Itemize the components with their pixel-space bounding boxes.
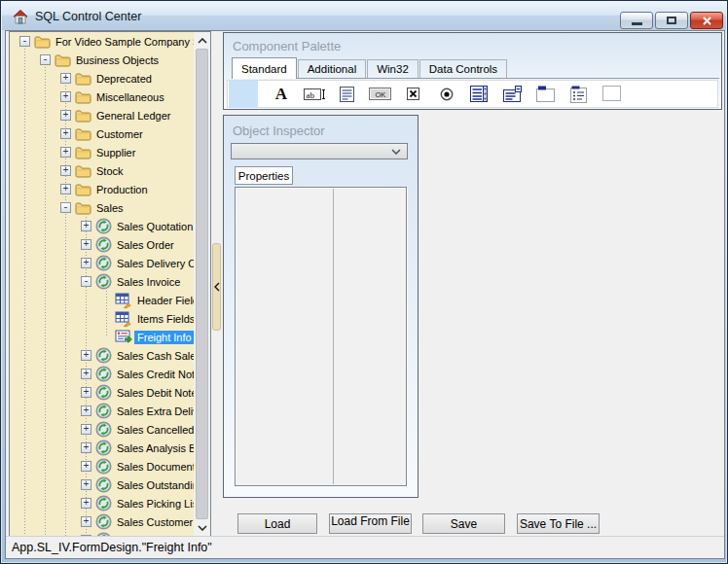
- close-button[interactable]: [690, 12, 723, 29]
- tab-win32[interactable]: Win32: [367, 59, 419, 78]
- load-button[interactable]: Load: [237, 513, 317, 534]
- titlebar[interactable]: SQL Control Center: [2, 2, 726, 30]
- statusbar: App.SL_IV.FormDesign."Freight Info": [6, 536, 724, 558]
- tree-item-sales-cancelled-no[interactable]: Sales Cancelled No: [10, 420, 194, 439]
- tree-item-sales-extra-delivery[interactable]: Sales Extra Delivery: [10, 402, 194, 420]
- tool-pointer[interactable]: [229, 81, 258, 108]
- expand-toggle-icon[interactable]: [81, 387, 91, 398]
- client-area: For Video Sample Company SdrBusiness Obj…: [5, 30, 725, 559]
- tree-item-partial[interactable]: [10, 531, 194, 536]
- arrow-up-icon: [198, 38, 207, 44]
- object-tree: For Video Sample Company SdrBusiness Obj…: [9, 31, 211, 537]
- expand-toggle-icon[interactable]: [81, 424, 91, 435]
- tree-item-sales-analysis-by-d[interactable]: Sales Analysis By D: [10, 439, 194, 457]
- tool-button-icon[interactable]: OK: [369, 82, 392, 107]
- tool-panel-icon[interactable]: [601, 82, 624, 107]
- tree-item-sales-outstanding-d[interactable]: Sales Outstanding D: [10, 476, 194, 494]
- scroll-down-button[interactable]: [194, 519, 210, 536]
- folder-icon: [74, 88, 91, 105]
- tree-item-sales-quotation[interactable]: Sales Quotation: [10, 217, 194, 235]
- tab-data-controls[interactable]: Data Controls: [419, 59, 507, 78]
- expand-toggle-icon[interactable]: [60, 184, 71, 194]
- tree-item-sales-document-lis[interactable]: Sales Document Lis: [10, 457, 194, 476]
- tree-item-sales-customer-pric[interactable]: Sales Customer Pric: [10, 512, 194, 531]
- expand-toggle-icon[interactable]: [81, 258, 91, 268]
- object-selector-dropdown[interactable]: [231, 143, 408, 159]
- expand-toggle-icon[interactable]: [60, 110, 71, 121]
- tool-memo-icon[interactable]: [336, 82, 359, 107]
- expand-toggle-icon[interactable]: [81, 498, 91, 509]
- tool-listbox-icon[interactable]: [468, 82, 491, 107]
- tree-item-sales-order[interactable]: Sales Order: [10, 235, 194, 254]
- tool-combobox-icon[interactable]: [501, 82, 525, 107]
- grid-column-divider: [333, 189, 334, 484]
- tree-item-sales-picking-list[interactable]: Sales Picking List: [10, 494, 194, 512]
- tree-item-business-objects[interactable]: Business Objects: [10, 51, 194, 69]
- expand-toggle-icon[interactable]: [60, 147, 71, 158]
- tree-item-supplier[interactable]: Supplier: [10, 143, 194, 161]
- tree-item-sales[interactable]: Sales: [10, 198, 194, 217]
- properties-grid[interactable]: [235, 187, 407, 486]
- maximize-button[interactable]: [655, 12, 688, 29]
- expand-toggle-icon[interactable]: [81, 442, 91, 453]
- tree-item-sales-invoice[interactable]: Sales Invoice: [10, 272, 194, 291]
- tool-label-icon[interactable]: A: [270, 82, 293, 107]
- tool-checklistbox-icon[interactable]: [567, 82, 591, 107]
- tool-radiobutton-icon[interactable]: [435, 82, 458, 107]
- expand-toggle-icon[interactable]: [81, 479, 91, 490]
- scroll-up-button[interactable]: [194, 32, 210, 49]
- tree-scrollbar[interactable]: [194, 32, 210, 536]
- save-button[interactable]: Save: [422, 513, 505, 534]
- collapse-toggle-icon[interactable]: [60, 202, 71, 213]
- expand-toggle-icon[interactable]: [81, 239, 91, 250]
- expand-toggle-icon[interactable]: [81, 350, 91, 361]
- tree-item-deprecated[interactable]: Deprecated: [10, 69, 194, 88]
- tree-item-items-fields[interactable]: Items Fields: [10, 309, 194, 328]
- object-icon: [94, 403, 112, 419]
- expand-toggle-icon[interactable]: [60, 128, 71, 139]
- expand-toggle-icon[interactable]: [60, 91, 71, 102]
- tab-additional[interactable]: Additional: [298, 59, 367, 78]
- expand-toggle-icon[interactable]: [60, 165, 71, 176]
- tree-item-header-fields[interactable]: Header Fields: [10, 291, 194, 309]
- component-palette-toolbar: AabOK: [227, 80, 718, 108]
- object-icon: [94, 366, 112, 382]
- tree-item-customer[interactable]: Customer: [10, 124, 194, 143]
- folder-icon: [74, 162, 91, 179]
- load-from-file-button[interactable]: Load From File ...: [329, 513, 412, 534]
- tool-edit-icon[interactable]: ab: [303, 82, 326, 107]
- collapse-toggle-icon[interactable]: [81, 276, 91, 287]
- tab-standard[interactable]: Standard: [232, 57, 297, 79]
- expand-toggle-icon[interactable]: [81, 221, 91, 231]
- scroll-thumb[interactable]: [196, 49, 208, 519]
- tree-item-sales-credit-note[interactable]: Sales Credit Note: [10, 365, 194, 383]
- expand-toggle-icon[interactable]: [81, 516, 91, 527]
- save-to-file-button[interactable]: Save To File ...: [517, 513, 600, 534]
- tree-item-production[interactable]: Production: [10, 180, 194, 198]
- object-icon: [94, 513, 112, 530]
- tab-properties[interactable]: Properties: [235, 166, 293, 185]
- collapse-toggle-icon[interactable]: [40, 54, 51, 65]
- tree-item-sales-delivery-orde[interactable]: Sales Delivery Orde: [10, 254, 194, 272]
- tool-groupbox-icon[interactable]: [534, 82, 558, 107]
- collapse-toggle-icon[interactable]: [19, 36, 30, 47]
- tree-item-sales-cash-sales[interactable]: Sales Cash Sales: [10, 346, 194, 365]
- tree-item-sales-debit-note[interactable]: Sales Debit Note: [10, 383, 194, 402]
- expand-toggle-icon[interactable]: [81, 405, 91, 416]
- tree-item-freight-info[interactable]: Freight Info: [10, 328, 194, 346]
- minimize-button[interactable]: [620, 12, 653, 29]
- object-icon: [94, 421, 112, 438]
- expand-toggle-icon[interactable]: [81, 369, 91, 379]
- expand-toggle-icon[interactable]: [81, 461, 91, 472]
- splitter-collapse-handle[interactable]: [212, 243, 221, 331]
- tree-item-label: Header Fields: [134, 294, 194, 307]
- tree-item-for-video-sample-company-sdr[interactable]: For Video Sample Company Sdr: [10, 32, 194, 51]
- svg-text:OK: OK: [376, 89, 386, 98]
- expand-toggle-icon[interactable]: [60, 73, 71, 84]
- expand-toggle-icon[interactable]: [81, 535, 91, 536]
- object-icon: [94, 218, 112, 234]
- tree-item-miscellaneous[interactable]: Miscellaneous: [10, 88, 194, 106]
- tree-item-stock[interactable]: Stock: [10, 161, 194, 180]
- tool-checkbox-icon[interactable]: [402, 82, 425, 107]
- tree-item-general-ledger[interactable]: General Ledger: [10, 106, 194, 124]
